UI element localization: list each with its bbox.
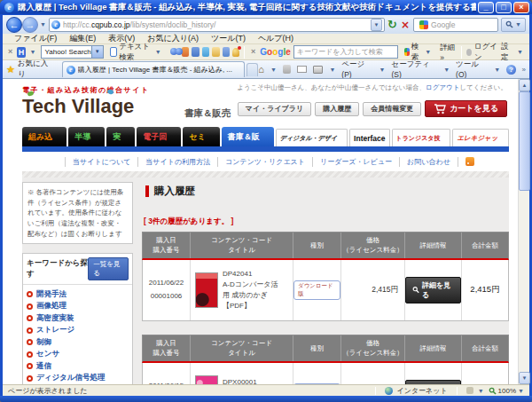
keyword-link[interactable]: 開発手法 bbox=[27, 288, 129, 301]
scroll-thumb[interactable] bbox=[519, 91, 530, 191]
tools-menu[interactable]: ツール(O) bbox=[456, 59, 488, 79]
feeds-icon[interactable] bbox=[283, 65, 291, 74]
chevron-down-icon: ▼ bbox=[379, 67, 386, 73]
menu-help[interactable]: ヘルプ(H) bbox=[252, 33, 300, 44]
back-button[interactable]: ← bbox=[6, 17, 22, 33]
protected-mode-icon[interactable] bbox=[466, 387, 473, 394]
nav-tab-embedded[interactable]: 組み込み bbox=[22, 127, 66, 146]
column-header-detail: 詳細情報 bbox=[405, 335, 462, 361]
my-library-button[interactable]: マイ・ライブラリ bbox=[238, 102, 311, 116]
refresh-button[interactable]: ↻ bbox=[387, 19, 397, 30]
menu-file[interactable]: ファイル(F) bbox=[8, 33, 63, 44]
print-icon[interactable] bbox=[313, 66, 323, 74]
yahoo-search-combobox[interactable]: Yahoo! Search ▼ bbox=[41, 45, 103, 59]
nav-tab-library-active[interactable]: 書庫＆販売 bbox=[222, 127, 274, 146]
web-page: 電子・組み込み技術の総合サイト Tech Village 書庫＆販売 ようこそ中… bbox=[3, 79, 518, 384]
window-titlebar[interactable]: e 購入履歴 | Tech Village 書庫＆販売 - 組み込み, 半導体,… bbox=[0, 0, 532, 15]
view-detail-button[interactable]: 詳細を見る bbox=[405, 277, 461, 303]
view-all-button[interactable]: 一覧を見る bbox=[88, 257, 129, 280]
alert-bell-icon[interactable] bbox=[232, 48, 239, 57]
keyword-link[interactable]: 高密度実装 bbox=[27, 312, 129, 325]
keyword-link[interactable]: ストレージ bbox=[27, 325, 129, 337]
favorites-star-icon[interactable]: ★ bbox=[6, 64, 15, 75]
stop-button[interactable]: × bbox=[401, 20, 410, 30]
magnifier-icon bbox=[505, 20, 513, 28]
menu-edit[interactable]: 編集(E) bbox=[63, 33, 102, 44]
search-go-button[interactable]: ▼ bbox=[501, 18, 526, 32]
toolbar-close-button[interactable]: × bbox=[6, 48, 14, 56]
subnav-how-to-use[interactable]: 当サイトの利用方法 bbox=[137, 157, 217, 167]
chevron-down-icon[interactable]: ▼ bbox=[30, 49, 36, 55]
nav-tab-circuits[interactable]: 電子回路 bbox=[137, 127, 181, 146]
menu-tools[interactable]: ツール(T) bbox=[205, 33, 252, 44]
toolbar-icon-lightblue[interactable] bbox=[202, 47, 210, 57]
new-tab-button[interactable] bbox=[246, 63, 259, 76]
zoom-control[interactable]: 100% ▼ bbox=[489, 387, 524, 395]
vertical-scrollbar[interactable]: ▲ ▼ bbox=[518, 79, 529, 384]
subnav-content-request[interactable]: コンテンツ・リクエスト bbox=[217, 157, 312, 167]
subnav-readers-review[interactable]: リーダーズ・レビュー bbox=[312, 157, 399, 167]
combobox-dropdown-button[interactable]: ▼ bbox=[91, 46, 103, 58]
read-mail-icon[interactable] bbox=[297, 66, 307, 73]
member-info-button[interactable]: 会員情報変更 bbox=[363, 102, 421, 116]
nav-tab-packaging[interactable]: 実装 bbox=[106, 127, 135, 146]
home-icon[interactable]: ⌂ bbox=[258, 64, 264, 75]
purchase-history-button[interactable]: 購入履歴 bbox=[315, 102, 359, 116]
scroll-down-button[interactable]: ▼ bbox=[519, 372, 530, 384]
toolbar-icon-blue[interactable] bbox=[192, 47, 200, 57]
favorites-button[interactable]: お気に入り bbox=[18, 59, 55, 80]
hatena-icon[interactable]: H bbox=[17, 47, 25, 58]
overflow-chevron-icon[interactable]: » bbox=[522, 66, 526, 74]
chevron-down-icon[interactable]: ▼ bbox=[517, 49, 523, 55]
detail-cell: 詳細を見る bbox=[405, 363, 462, 385]
safety-menu[interactable]: セーフティ(S) bbox=[391, 59, 437, 79]
keyword-link[interactable]: 通信 bbox=[27, 360, 129, 373]
minimize-button[interactable]: _ bbox=[478, 2, 494, 13]
history-dropdown-icon[interactable]: ▼ bbox=[40, 21, 46, 28]
chevron-down-icon[interactable]: ▼ bbox=[478, 388, 484, 394]
nav-tab-digital-design[interactable]: ディジタル・デザイン bbox=[276, 129, 348, 146]
browser-tab[interactable]: e 購入履歴 | Tech Village 書庫＆販売 - 組み込み, ... bbox=[62, 61, 245, 77]
column-header-total: 合計金額 bbox=[462, 335, 508, 361]
folder-icon[interactable] bbox=[212, 47, 220, 57]
nav-tab-semiconductor[interactable]: 半導体 bbox=[68, 127, 105, 146]
forward-button[interactable]: → bbox=[22, 17, 38, 33]
site-logo-subtitle: 書庫＆販売 bbox=[184, 107, 231, 120]
toolbar-icon-orange[interactable] bbox=[182, 47, 190, 57]
page-title: 購入履歴 bbox=[145, 185, 195, 198]
help-icon[interactable]: ? bbox=[506, 65, 515, 75]
chevron-down-icon[interactable]: ▼ bbox=[329, 67, 335, 73]
scroll-up-button[interactable]: ▲ bbox=[519, 79, 530, 91]
keyword-link[interactable]: センサ bbox=[27, 349, 129, 361]
nav-tab-interface[interactable]: Interface bbox=[349, 129, 389, 146]
logout-link[interactable]: ログアウト bbox=[426, 83, 459, 91]
binoculars-icon[interactable] bbox=[170, 48, 179, 56]
item-cell: DP42041A-Dコンバータ活用 成功のかぎ【PDF】 bbox=[191, 260, 293, 320]
view-cart-button[interactable]: カートを見る bbox=[425, 100, 507, 117]
nav-tab-transistor[interactable]: トランジスタ技術 bbox=[392, 129, 451, 146]
page-menu[interactable]: ページ(P) bbox=[341, 59, 372, 79]
nav-tab-seminar[interactable]: セミナ bbox=[183, 127, 220, 146]
keyword-link[interactable]: 制御 bbox=[27, 336, 129, 349]
address-input[interactable]: e http://cc.cqpub.co.jp/lib/system/docli… bbox=[49, 18, 385, 32]
item-meta: DPX00001CQ出版社 図書目録 2011春号 bbox=[223, 377, 278, 385]
search-box[interactable]: Google bbox=[413, 18, 498, 32]
keyword-link[interactable]: 画像処理 bbox=[27, 301, 129, 313]
welcome-before: ようこそ中山優一さん、あなたが中山優一さんではない場合、 bbox=[237, 83, 426, 91]
site-logo[interactable]: Tech Village bbox=[22, 95, 134, 118]
google-search-input[interactable] bbox=[293, 45, 398, 59]
address-dropdown-button[interactable]: ▼ bbox=[371, 19, 382, 31]
keyword-link[interactable]: ディジタル信号処理 bbox=[27, 373, 129, 384]
toolbar-separator bbox=[461, 46, 462, 59]
toolbar-icon-window[interactable] bbox=[223, 47, 231, 57]
rss-icon[interactable] bbox=[466, 157, 474, 166]
subnav-contact[interactable]: お問い合わせ bbox=[399, 157, 458, 167]
nav-tab-elekijack[interactable]: エレキジャック bbox=[452, 129, 509, 146]
chevron-down-icon[interactable]: ▼ bbox=[270, 67, 277, 73]
google-toolbar-close-button[interactable]: × bbox=[249, 48, 257, 56]
maximize-button[interactable]: □ bbox=[496, 2, 512, 13]
subnav-about[interactable]: 当サイトについて bbox=[65, 157, 137, 167]
text-search-icon bbox=[110, 47, 117, 57]
close-button[interactable]: × bbox=[513, 2, 529, 13]
keyword-search-box: キーワードから探す 一覧を見る 開発手法 画像処理 高密度実装 ストレージ 制御… bbox=[22, 253, 133, 384]
